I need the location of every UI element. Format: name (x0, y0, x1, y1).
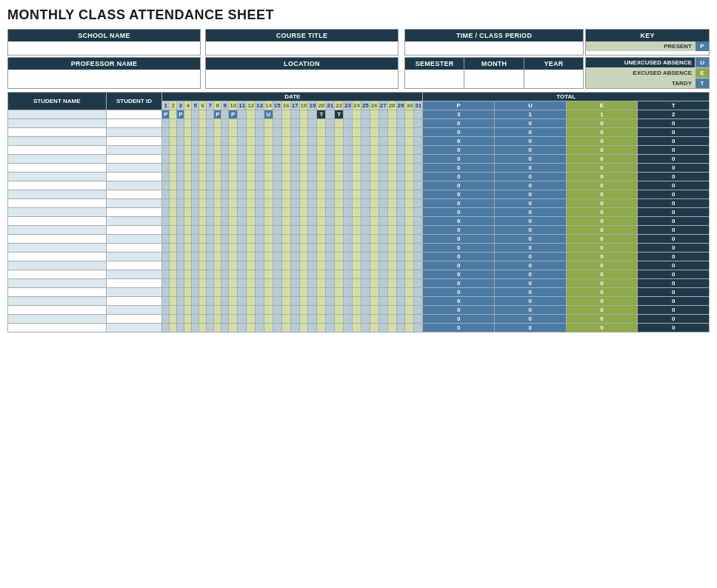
date-cell-26[interactable] (370, 199, 378, 208)
date-cell-16[interactable] (281, 288, 290, 297)
date-cell-31[interactable] (414, 253, 423, 261)
date-cell-24[interactable] (353, 155, 361, 164)
date-cell-5[interactable] (192, 110, 199, 119)
date-cell-21[interactable] (326, 226, 335, 235)
date-cell-16[interactable] (281, 306, 290, 315)
date-cell-29[interactable] (396, 297, 405, 306)
date-cell-12[interactable] (247, 279, 256, 288)
date-cell-12[interactable] (247, 119, 256, 128)
date-cell-3[interactable] (177, 261, 184, 270)
date-cell-11[interactable] (238, 155, 247, 164)
date-cell-17[interactable] (290, 137, 299, 146)
date-cell-26[interactable] (370, 155, 378, 164)
date-cell-9[interactable] (221, 146, 229, 155)
date-cell-22[interactable] (335, 297, 344, 306)
date-cell-15[interactable] (273, 128, 281, 137)
date-cell-12[interactable] (247, 217, 256, 226)
date-cell-11[interactable] (238, 217, 247, 226)
date-cell-15[interactable] (273, 146, 281, 155)
date-cell-8[interactable] (214, 181, 221, 190)
date-cell-8[interactable] (214, 164, 221, 173)
date-cell-14[interactable] (264, 279, 273, 288)
date-cell-18[interactable] (299, 137, 308, 146)
student-name-cell[interactable] (8, 235, 107, 244)
date-cell-2[interactable] (170, 217, 177, 226)
date-cell-3[interactable] (177, 137, 184, 146)
date-cell-23[interactable] (344, 110, 353, 119)
date-cell-11[interactable] (238, 208, 247, 217)
date-cell-22[interactable] (335, 146, 344, 155)
date-cell-12[interactable] (247, 155, 256, 164)
course-title-input[interactable] (206, 41, 398, 55)
date-cell-15[interactable] (273, 279, 281, 288)
date-cell-21[interactable] (326, 288, 335, 297)
date-cell-29[interactable] (396, 226, 405, 235)
date-cell-4[interactable] (184, 306, 192, 315)
date-cell-3[interactable] (177, 297, 184, 306)
date-cell-6[interactable] (199, 190, 207, 199)
date-cell-27[interactable] (378, 217, 387, 226)
date-cell-23[interactable] (344, 270, 353, 279)
date-cell-7[interactable] (207, 110, 214, 119)
date-cell-22[interactable] (335, 244, 344, 253)
date-cell-19[interactable] (308, 190, 317, 199)
date-cell-23[interactable] (344, 324, 353, 333)
date-cell-2[interactable] (170, 324, 177, 333)
date-cell-11[interactable] (238, 306, 247, 315)
date-cell-9[interactable] (221, 173, 229, 181)
date-cell-22[interactable] (335, 208, 344, 217)
student-name-cell[interactable] (8, 190, 107, 199)
date-cell-9[interactable] (221, 297, 229, 306)
date-cell-23[interactable] (344, 306, 353, 315)
date-cell-28[interactable] (387, 226, 396, 235)
date-cell-29[interactable] (396, 208, 405, 217)
date-cell-25[interactable] (361, 190, 370, 199)
date-cell-4[interactable] (184, 110, 192, 119)
date-cell-17[interactable] (290, 324, 299, 333)
date-cell-5[interactable] (192, 253, 199, 261)
date-cell-14[interactable] (264, 324, 273, 333)
student-name-cell[interactable] (8, 261, 107, 270)
date-cell-3[interactable] (177, 119, 184, 128)
date-cell-4[interactable] (184, 226, 192, 235)
date-cell-29[interactable] (396, 137, 405, 146)
date-cell-17[interactable] (290, 190, 299, 199)
date-cell-13[interactable] (256, 128, 264, 137)
date-cell-31[interactable] (414, 279, 423, 288)
date-cell-17[interactable] (290, 155, 299, 164)
date-cell-20[interactable] (317, 297, 326, 306)
date-cell-12[interactable] (247, 253, 256, 261)
date-cell-29[interactable] (396, 119, 405, 128)
date-cell-20[interactable] (317, 324, 326, 333)
date-cell-5[interactable] (192, 190, 199, 199)
date-cell-7[interactable] (207, 119, 214, 128)
date-cell-25[interactable] (361, 208, 370, 217)
date-cell-9[interactable] (221, 181, 229, 190)
date-cell-8[interactable] (214, 315, 221, 324)
date-cell-16[interactable] (281, 270, 290, 279)
date-cell-29[interactable] (396, 244, 405, 253)
date-cell-17[interactable] (290, 119, 299, 128)
date-cell-10[interactable] (229, 190, 238, 199)
date-cell-30[interactable] (405, 155, 414, 164)
date-cell-11[interactable] (238, 173, 247, 181)
date-cell-21[interactable] (326, 128, 335, 137)
date-cell-6[interactable] (199, 199, 207, 208)
date-cell-19[interactable] (308, 110, 317, 119)
date-cell-3[interactable] (177, 128, 184, 137)
date-cell-21[interactable] (326, 253, 335, 261)
date-cell-12[interactable] (247, 288, 256, 297)
date-cell-20[interactable] (317, 173, 326, 181)
date-cell-28[interactable] (387, 128, 396, 137)
date-cell-29[interactable] (396, 235, 405, 244)
student-name-cell[interactable] (8, 208, 107, 217)
date-cell-21[interactable] (326, 208, 335, 217)
date-cell-19[interactable] (308, 155, 317, 164)
date-cell-14[interactable] (264, 226, 273, 235)
date-cell-28[interactable] (387, 306, 396, 315)
date-cell-25[interactable] (361, 279, 370, 288)
student-name-cell[interactable] (8, 279, 107, 288)
date-cell-23[interactable] (344, 119, 353, 128)
date-cell-5[interactable] (192, 164, 199, 173)
date-cell-7[interactable] (207, 270, 214, 279)
